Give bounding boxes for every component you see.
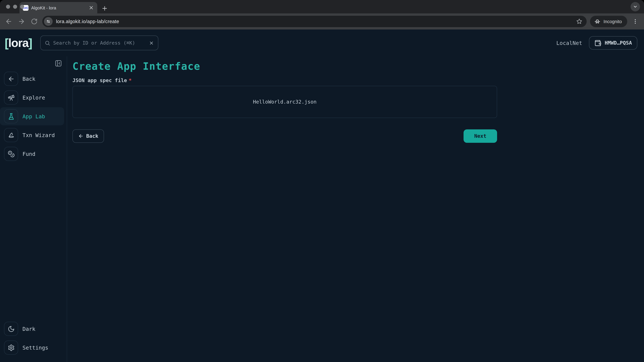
global-search[interactable]	[40, 35, 158, 50]
arrow-left-icon	[5, 18, 12, 25]
new-tab-button[interactable]	[101, 5, 108, 12]
url-text: lora.algokit.io/app-lab/create	[56, 19, 572, 24]
file-field-label: JSON app spec file*	[72, 77, 497, 83]
kebab-menu-icon	[632, 18, 638, 24]
tune-icon	[46, 19, 51, 24]
browser-menu-button[interactable]	[630, 17, 640, 26]
sidebar-item-fund[interactable]: Fund	[0, 145, 64, 163]
sidebar-item-label: Back	[22, 76, 36, 82]
browser-tab[interactable]: [ak] AlgoKit - lora	[20, 2, 97, 13]
sidebar-item-txn-wizard[interactable]: Txn Wizard	[0, 126, 64, 144]
browser-back-button[interactable]	[4, 17, 14, 26]
bookmark-star-icon[interactable]	[576, 18, 582, 25]
browser-forward-button[interactable]	[17, 17, 26, 26]
wallet-address: HMWD…PQSA	[604, 40, 632, 46]
gear-icon	[8, 344, 14, 351]
sidebar-item-label: Dark	[22, 326, 36, 332]
lora-logo[interactable]: [lora]	[5, 36, 32, 50]
browser-toolbar: lora.algokit.io/app-lab/create Incognito	[0, 13, 644, 29]
incognito-badge: Incognito	[590, 16, 627, 27]
form-actions: Back Next	[72, 129, 497, 143]
sidebar-item-label: Txn Wizard	[22, 132, 55, 138]
moon-icon	[8, 325, 14, 332]
incognito-label: Incognito	[604, 19, 622, 24]
selected-file-name: HelloWorld.arc32.json	[253, 99, 316, 105]
sidebar-item-label: App Lab	[22, 113, 45, 119]
tab-title: AlgoKit - lora	[31, 5, 86, 10]
coins-icon	[8, 150, 14, 157]
search-clear-icon[interactable]	[149, 40, 154, 45]
search-input[interactable]	[53, 40, 146, 45]
tab-strip: [ak] AlgoKit - lora	[0, 0, 644, 13]
sidebar-collapse-button[interactable]	[54, 59, 63, 68]
sidebar: Back Explore App Lab Txn Wizard	[0, 56, 67, 362]
sidebar-item-app-lab[interactable]: App Lab	[0, 107, 64, 125]
site-settings-button[interactable]	[44, 17, 53, 26]
star-icon	[576, 18, 582, 25]
required-marker: *	[129, 77, 132, 83]
reload-icon	[31, 18, 38, 25]
create-app-form: JSON app spec file* HelloWorld.arc32.jso…	[72, 77, 497, 143]
sidebar-item-settings[interactable]: Settings	[0, 339, 64, 357]
wallet-icon	[594, 39, 601, 46]
wallet-button[interactable]: HMWD…PQSA	[589, 36, 637, 50]
network-label: LocalNet	[556, 40, 582, 46]
browser-reload-button[interactable]	[30, 17, 39, 26]
app-header: [lora] LocalNet HMWD…PQSA	[0, 29, 644, 56]
lora-app: [lora] LocalNet HMWD…PQSA	[0, 29, 644, 362]
back-button[interactable]: Back	[72, 129, 104, 143]
search-icon	[44, 40, 50, 46]
sidebar-item-theme-toggle[interactable]: Dark	[0, 320, 64, 338]
sidebar-nav: Back Explore App Lab Txn Wizard	[0, 70, 67, 163]
address-bar[interactable]: lora.algokit.io/app-lab/create	[42, 16, 587, 27]
telescope-icon	[8, 94, 14, 101]
arrow-right-icon	[18, 18, 25, 25]
arrow-left-icon	[78, 133, 84, 139]
next-button[interactable]: Next	[464, 129, 497, 143]
window-controls	[6, 5, 24, 9]
incognito-icon	[594, 18, 601, 25]
window-zoom-button[interactable]	[20, 5, 24, 9]
window-minimize-button[interactable]	[13, 5, 17, 9]
sidebar-item-explore[interactable]: Explore	[0, 88, 64, 107]
arrow-left-icon	[8, 75, 14, 82]
file-drop-zone[interactable]: HelloWorld.arc32.json	[72, 86, 497, 118]
main-content: Create App Interface JSON app spec file*…	[67, 56, 644, 362]
panel-collapse-icon	[55, 60, 62, 67]
sidebar-footer: Dark Settings	[0, 320, 67, 357]
sidebar-item-label: Fund	[22, 151, 36, 157]
sidebar-item-back[interactable]: Back	[0, 70, 64, 88]
window-close-button[interactable]	[6, 5, 10, 9]
tab-close-icon[interactable]	[88, 5, 94, 10]
chevron-down-icon	[633, 4, 638, 9]
sidebar-item-label: Settings	[22, 345, 48, 351]
wizard-hat-icon	[8, 132, 14, 139]
sidebar-item-label: Explore	[22, 94, 45, 101]
browser-window: [ak] AlgoKit - lora lora.algokit.io/a	[0, 0, 644, 362]
flask-icon	[8, 113, 14, 120]
tab-search-button[interactable]	[630, 2, 640, 11]
page-title: Create App Interface	[72, 60, 644, 72]
